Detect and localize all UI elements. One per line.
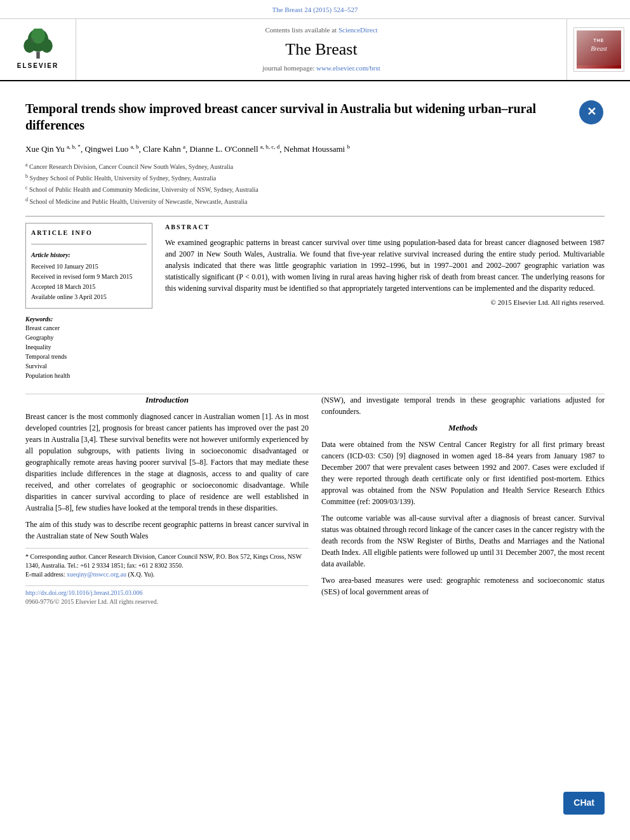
keyword-4: Temporal trends: [25, 352, 152, 361]
bottom-bar: http://dx.doi.org/10.1016/j.breast.2015.…: [25, 585, 309, 606]
methods-column: (NSW), and investigate temporal trends i…: [321, 394, 605, 606]
journal-title-row: ELSEVIER Contents lists available at Sci…: [0, 18, 630, 79]
available-date: Available online 3 April 2015: [31, 293, 147, 302]
doi-link[interactable]: http://dx.doi.org/10.1016/j.breast.2015.…: [25, 589, 309, 597]
affiliations: a Cancer Research Division, Cancer Counc…: [25, 161, 605, 207]
intro-para-2: The aim of this study was to describe re…: [25, 519, 309, 542]
keyword-6: Population health: [25, 371, 152, 380]
keywords-section: Keywords: Breast cancer Geography Inequa…: [25, 315, 152, 380]
breast-journal-logo: THE Breast: [566, 19, 630, 79]
elsevier-wordmark: ELSEVIER: [17, 62, 58, 70]
info-divider: [31, 244, 147, 244]
main-content: Introduction Breast cancer is the most c…: [0, 394, 630, 619]
divider-1: [25, 216, 605, 217]
keyword-2: Geography: [25, 333, 152, 342]
journal-top-ref: The Breast 24 (2015) 524–527: [0, 5, 630, 15]
article-info-box: ARTICLE INFO Article history: Received 1…: [25, 223, 152, 309]
article-body: Temporal trends show improved breast can…: [0, 81, 630, 394]
abstract-title: ABSTRACT: [165, 223, 605, 232]
article-title: Temporal trends show improved breast can…: [25, 100, 573, 133]
revised-date: Received in revised form 9 March 2015: [31, 272, 147, 281]
introduction-column: Introduction Breast cancer is the most c…: [25, 394, 309, 606]
footnote-text: * Corresponding author. Cancer Research …: [25, 552, 309, 579]
journal-center-info: Contents lists available at ScienceDirec…: [76, 19, 566, 79]
footnote-section: * Corresponding author. Cancer Research …: [25, 548, 309, 579]
article-info-title: ARTICLE INFO: [31, 229, 147, 237]
methods-para-3: Two area-based measures were used: geogr…: [321, 575, 605, 597]
journal-header: The Breast 24 (2015) 524–527 ELSEVIER: [0, 0, 630, 81]
received-date: Received 10 January 2015: [31, 262, 147, 271]
methods-para-1: Data were obtained from the NSW Central …: [321, 439, 605, 507]
article-title-section: Temporal trends show improved breast can…: [25, 100, 605, 133]
authors-line: Xue Qin Yu a, b, *, Qingwei Luo a, b, Cl…: [25, 142, 605, 156]
keyword-3: Inequality: [25, 343, 152, 352]
svg-text:Breast: Breast: [591, 45, 607, 52]
chat-button[interactable]: CHat: [563, 792, 605, 815]
email-link[interactable]: xueqiny@nswcc.org.au: [67, 571, 126, 578]
contents-line: Contents lists available at ScienceDirec…: [265, 25, 377, 35]
methods-para-2: The outcome variable was all-cause survi…: [321, 512, 605, 570]
introduction-heading: Introduction: [25, 394, 309, 406]
issn-line: 0960-9776/© 2015 Elsevier Ltd. All right…: [25, 597, 309, 606]
accepted-date: Accepted 18 March 2015: [31, 283, 147, 291]
elsevier-logo-area: ELSEVIER: [0, 19, 76, 79]
history-label: Article history:: [31, 251, 147, 260]
info-abstract-section: ARTICLE INFO Article history: Received 1…: [25, 223, 605, 381]
homepage-url[interactable]: www.elsevier.com/brst: [316, 64, 380, 72]
keyword-5: Survival: [25, 362, 152, 371]
keywords-title: Keywords:: [25, 315, 152, 324]
keyword-1: Breast cancer: [25, 324, 152, 333]
two-col-content: Introduction Breast cancer is the most c…: [25, 394, 605, 606]
abstract-section: ABSTRACT We examined geographic patterns…: [165, 223, 605, 381]
methods-heading: Methods: [321, 422, 605, 434]
article-info-column: ARTICLE INFO Article history: Received 1…: [25, 223, 152, 381]
svg-text:THE: THE: [593, 38, 604, 43]
abstract-copyright: © 2015 Elsevier Ltd. All rights reserved…: [165, 298, 605, 307]
methods-continuation: (NSW), and investigate temporal trends i…: [321, 394, 605, 417]
crossmark-badge[interactable]: ✕: [579, 100, 605, 126]
abstract-text: We examined geographic patterns in breas…: [165, 237, 605, 294]
science-direct-link[interactable]: ScienceDirect: [338, 26, 378, 34]
journal-name: The Breast: [285, 38, 357, 61]
intro-para-1: Breast cancer is the most commonly diagn…: [25, 411, 309, 514]
homepage-line: journal homepage: www.elsevier.com/brst: [262, 63, 380, 73]
svg-rect-0: [36, 51, 39, 58]
svg-point-5: [30, 38, 34, 41]
